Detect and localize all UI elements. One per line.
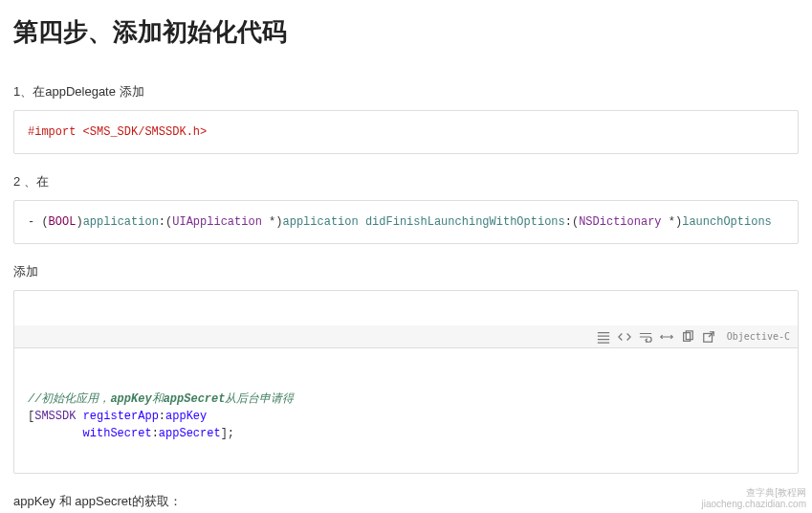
- justify-icon[interactable]: [597, 330, 610, 344]
- copy-icon[interactable]: [681, 330, 694, 344]
- code-body: //初始化应用，appKey和appSecret从后台申请得 [SMSSDK r…: [14, 383, 798, 456]
- code-line: withSecret:appSecret];: [28, 427, 234, 440]
- wrap-icon[interactable]: [639, 330, 652, 344]
- popout-icon[interactable]: [702, 330, 715, 344]
- code-block-appdelegate: - (BOOL)application:(UIApplication *)app…: [13, 200, 799, 244]
- code-language-label: Objective-C: [727, 329, 790, 344]
- code-line: [SMSSDK registerApp:appKey: [28, 410, 207, 423]
- code-icon[interactable]: [618, 330, 631, 344]
- svg-line-9: [709, 331, 713, 336]
- paragraph-step2: 2 、在: [13, 173, 799, 190]
- code-comment: //初始化应用，appKey和appSecret从后台申请得: [28, 392, 294, 406]
- expand-icon[interactable]: [660, 330, 673, 344]
- code-block-import: #import <SMS_SDK/SMSSDK.h>: [13, 110, 799, 154]
- code-line: - (BOOL)application:(UIApplication *)app…: [28, 215, 772, 229]
- page-title: 第四步、添加初始化代码: [13, 15, 799, 49]
- code-toolbar: Objective-C: [14, 325, 798, 348]
- paragraph-add: 添加: [13, 263, 799, 280]
- code-import-line: #import <SMS_SDK/SMSSDK.h>: [28, 125, 207, 139]
- code-block-init: Objective-C //初始化应用，appKey和appSecret从后台申…: [13, 290, 799, 474]
- paragraph-appkey-intro: appKey 和 appSecret的获取：: [13, 493, 799, 510]
- paragraph-step1: 1、在appDelegate 添加: [13, 83, 799, 100]
